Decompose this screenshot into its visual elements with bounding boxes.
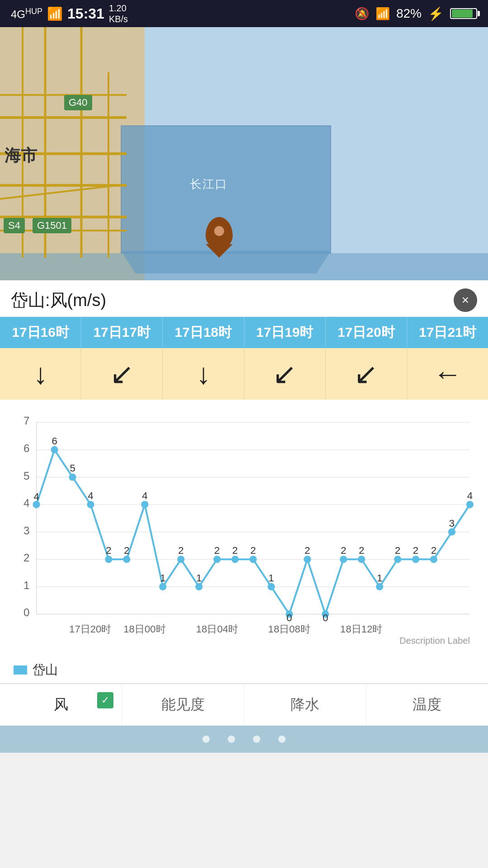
arrow-cell-4: ↙ xyxy=(326,348,407,400)
svg-text:4: 4 xyxy=(467,490,473,501)
city-label: 海市 xyxy=(5,145,37,167)
wifi-icon: 📶 xyxy=(375,7,390,21)
svg-point-55 xyxy=(412,556,419,563)
panel-header: 岱山:风(m/s) × xyxy=(0,280,488,317)
svg-point-49 xyxy=(304,556,311,563)
svg-text:Description Label: Description Label xyxy=(399,636,470,646)
highway-s4: S4 xyxy=(4,218,25,233)
svg-point-36 xyxy=(69,473,76,481)
svg-text:0: 0 xyxy=(23,606,29,618)
arrow-cell-2: ↓ xyxy=(163,348,244,400)
svg-point-58 xyxy=(466,501,474,508)
pin-dot xyxy=(214,226,224,236)
svg-text:18日08时: 18日08时 xyxy=(268,623,310,635)
svg-point-54 xyxy=(394,556,401,563)
close-icon: × xyxy=(462,293,469,307)
svg-text:4: 4 xyxy=(88,490,93,501)
arrow-cell-0: ↓ xyxy=(0,348,81,400)
svg-point-41 xyxy=(159,583,166,590)
svg-point-37 xyxy=(87,501,94,508)
network-indicator: 4GHUP xyxy=(11,7,42,21)
time-cell-2[interactable]: 17日18时 xyxy=(163,317,244,348)
time-cell-4[interactable]: 17日20时 xyxy=(326,317,407,348)
time-cell-3[interactable]: 17日19时 xyxy=(244,317,326,348)
svg-text:4: 4 xyxy=(142,490,147,501)
arrow-cell-5: ← xyxy=(407,348,488,400)
svg-point-40 xyxy=(141,501,148,508)
chart-legend: 岱山 xyxy=(0,657,488,683)
svg-text:1: 1 xyxy=(377,572,382,584)
panel-title: 岱山:风(m/s) xyxy=(11,289,106,312)
svg-text:1: 1 xyxy=(196,572,202,584)
svg-text:5: 5 xyxy=(23,470,29,482)
svg-text:7: 7 xyxy=(23,415,29,427)
svg-text:0: 0 xyxy=(323,612,328,623)
battery-fill xyxy=(452,9,473,18)
strip-dot-3 xyxy=(253,736,260,743)
region-label: 长江口 xyxy=(190,176,228,192)
time-cell-0[interactable]: 17日16时 xyxy=(0,317,81,348)
wind-chart: 0 1 2 3 4 5 6 7 xyxy=(9,409,474,646)
svg-text:1: 1 xyxy=(23,579,29,591)
close-button[interactable]: × xyxy=(454,288,477,312)
svg-text:2: 2 xyxy=(431,545,436,556)
time-cell-1[interactable]: 17日17时 xyxy=(81,317,163,348)
time-row: 17日16时 17日17时 17日18时 17日19时 17日20时 17日21… xyxy=(0,317,488,348)
lightning-icon: ⚡ xyxy=(428,6,444,21)
svg-point-57 xyxy=(448,528,455,536)
svg-text:0: 0 xyxy=(286,612,292,623)
time-cell-5[interactable]: 17日21时 xyxy=(407,317,488,348)
speed-display: 1.20KB/s xyxy=(109,3,128,24)
bottom-tabs: 风 ✓ 能见度 降水 温度 xyxy=(0,683,488,726)
time-display: 15:31 xyxy=(67,5,104,22)
svg-text:18日12时: 18日12时 xyxy=(340,623,382,635)
svg-point-43 xyxy=(195,583,202,590)
svg-text:3: 3 xyxy=(23,524,29,537)
svg-text:4: 4 xyxy=(23,497,29,509)
arrow-cell-1: ↙ xyxy=(81,348,163,400)
location-pin[interactable] xyxy=(206,217,233,249)
tab-visibility-label: 能见度 xyxy=(161,696,205,712)
map-area[interactable]: 海市 G40 G1501 S4 长江口 xyxy=(0,27,488,280)
tab-wind[interactable]: 风 ✓ xyxy=(0,684,122,726)
map-roads-svg xyxy=(0,27,488,280)
highway-g40: G40 xyxy=(64,95,92,110)
tab-precipitation-label: 降水 xyxy=(291,696,319,712)
svg-text:2: 2 xyxy=(106,545,111,556)
svg-text:17日20时: 17日20时 xyxy=(69,623,111,635)
svg-text:6: 6 xyxy=(52,435,57,447)
svg-point-42 xyxy=(177,556,184,563)
svg-point-53 xyxy=(376,583,383,590)
svg-text:2: 2 xyxy=(23,552,29,564)
tab-wind-label: 风 xyxy=(54,696,68,712)
svg-text:2: 2 xyxy=(359,545,364,556)
svg-point-39 xyxy=(123,556,130,563)
status-right: 🔕 📶 82% ⚡ xyxy=(355,6,477,21)
svg-text:2: 2 xyxy=(232,545,238,556)
svg-text:2: 2 xyxy=(305,545,310,556)
bottom-strip xyxy=(0,726,488,753)
svg-text:3: 3 xyxy=(449,518,455,529)
legend-color-swatch xyxy=(14,665,27,675)
tab-precipitation[interactable]: 降水 xyxy=(244,684,366,726)
svg-text:4: 4 xyxy=(33,491,39,502)
svg-text:18日00时: 18日00时 xyxy=(123,623,165,635)
svg-text:6: 6 xyxy=(23,442,29,454)
tab-temperature-label: 温度 xyxy=(413,696,441,712)
pin-bottom xyxy=(206,244,233,258)
svg-text:2: 2 xyxy=(250,545,256,556)
strip-dot-1 xyxy=(202,736,210,743)
arrow-cell-3: ↙ xyxy=(244,348,326,400)
strip-dot-4 xyxy=(278,736,286,743)
svg-text:2: 2 xyxy=(124,545,129,556)
svg-text:2: 2 xyxy=(395,545,400,556)
svg-text:2: 2 xyxy=(413,545,418,556)
svg-point-47 xyxy=(267,583,275,590)
tab-visibility[interactable]: 能见度 xyxy=(122,684,244,726)
svg-point-56 xyxy=(430,556,437,563)
tab-temperature[interactable]: 温度 xyxy=(366,684,488,726)
bell-icon: 🔕 xyxy=(355,7,369,21)
legend-label: 岱山 xyxy=(33,661,58,679)
svg-text:5: 5 xyxy=(70,462,75,474)
battery-bar xyxy=(450,8,477,19)
